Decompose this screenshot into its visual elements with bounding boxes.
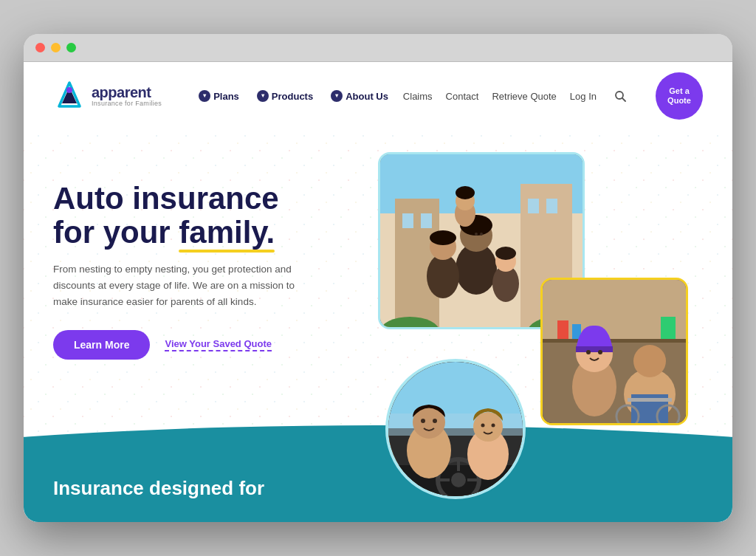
teal-section-title: Insurance designed for bbox=[53, 462, 264, 500]
navbar: apparent Insurance for Families Plans Pr… bbox=[24, 62, 732, 130]
svg-point-24 bbox=[495, 247, 516, 260]
svg-rect-9 bbox=[402, 213, 413, 228]
nav-link-contact[interactable]: Contact bbox=[446, 91, 479, 102]
site-wrapper: apparent Insurance for Families Plans Pr… bbox=[24, 62, 732, 522]
get-quote-button[interactable]: Get aQuote bbox=[656, 72, 703, 120]
svg-rect-31 bbox=[543, 339, 688, 343]
svg-point-18 bbox=[430, 230, 456, 245]
logo-text: apparent Insurance for Families bbox=[92, 85, 162, 107]
aboutus-dropdown-icon bbox=[331, 90, 343, 102]
logo-tagline: Insurance for Families bbox=[92, 100, 162, 107]
svg-rect-34 bbox=[661, 317, 676, 339]
close-button[interactable] bbox=[35, 43, 45, 52]
logo[interactable]: apparent Insurance for Families bbox=[53, 80, 162, 112]
car-photo-svg bbox=[388, 362, 526, 499]
hero-images bbox=[363, 145, 688, 455]
hero-image-car bbox=[385, 359, 526, 499]
svg-point-58 bbox=[433, 419, 437, 423]
hero-subtitle: From nesting to empty nesting, you get p… bbox=[53, 261, 304, 309]
hero-content: Auto insurance for your family. From nes… bbox=[53, 145, 363, 360]
browser-content: apparent Insurance for Families Plans Pr… bbox=[24, 62, 732, 522]
svg-point-26 bbox=[480, 233, 483, 236]
svg-rect-12 bbox=[546, 199, 557, 213]
search-button[interactable] bbox=[610, 86, 630, 106]
browser-window: apparent Insurance for Families Plans Pr… bbox=[24, 34, 732, 522]
learn-more-button[interactable]: Learn More bbox=[53, 330, 150, 360]
svg-line-4 bbox=[622, 98, 625, 101]
hero-image-teens bbox=[540, 278, 688, 425]
logo-icon bbox=[53, 80, 86, 112]
logo-brand: apparent bbox=[92, 85, 162, 100]
teens-photo-svg bbox=[543, 280, 688, 425]
svg-point-60 bbox=[473, 412, 503, 442]
teens-photo-bg bbox=[543, 280, 686, 423]
nav-item-products[interactable]: Products bbox=[250, 86, 320, 106]
svg-rect-37 bbox=[576, 346, 613, 352]
svg-point-38 bbox=[586, 350, 591, 354]
nav-link-retrieve-quote[interactable]: Retrieve Quote bbox=[492, 91, 556, 102]
nav-link-claims[interactable]: Claims bbox=[403, 91, 433, 102]
hero-title-line2: for your bbox=[53, 215, 171, 250]
svg-rect-11 bbox=[528, 199, 539, 213]
products-dropdown-icon bbox=[257, 90, 269, 102]
svg-point-2 bbox=[66, 87, 72, 93]
svg-point-16 bbox=[427, 254, 459, 298]
nav-primary: Plans Products About Us bbox=[191, 86, 396, 106]
browser-titlebar bbox=[24, 34, 732, 62]
svg-point-41 bbox=[633, 345, 666, 377]
nav-secondary: Claims Contact Retrieve Quote Log In Get… bbox=[403, 72, 703, 120]
hero-title-line1: Auto insurance bbox=[53, 181, 279, 216]
nav-item-plans[interactable]: Plans bbox=[191, 86, 247, 106]
hero-title: Auto insurance for your family. bbox=[53, 182, 363, 250]
nav-item-aboutus[interactable]: About Us bbox=[323, 86, 396, 106]
svg-rect-45 bbox=[628, 398, 672, 402]
svg-point-51 bbox=[451, 473, 466, 487]
hero-title-highlight: family. bbox=[179, 216, 275, 250]
hero-cta-row: Learn More View Your Saved Quote bbox=[53, 330, 363, 360]
nav-products-label: Products bbox=[272, 91, 313, 102]
nav-plans-label: Plans bbox=[213, 91, 239, 102]
nav-link-login[interactable]: Log In bbox=[570, 91, 597, 102]
plans-dropdown-icon bbox=[199, 90, 210, 102]
minimize-button[interactable] bbox=[51, 43, 61, 52]
svg-point-21 bbox=[456, 186, 475, 199]
svg-rect-10 bbox=[421, 213, 432, 228]
svg-point-61 bbox=[481, 424, 485, 428]
svg-point-57 bbox=[421, 419, 425, 423]
svg-point-39 bbox=[598, 350, 602, 354]
nav-aboutus-label: About Us bbox=[346, 91, 388, 102]
svg-rect-32 bbox=[557, 320, 568, 339]
hero-section: Auto insurance for your family. From nes… bbox=[24, 130, 732, 455]
svg-point-62 bbox=[492, 424, 495, 428]
car-photo-bg bbox=[388, 362, 523, 496]
maximize-button[interactable] bbox=[66, 43, 76, 52]
svg-rect-48 bbox=[388, 413, 526, 436]
svg-point-25 bbox=[475, 233, 478, 236]
search-icon bbox=[614, 90, 626, 102]
view-saved-quote-link[interactable]: View Your Saved Quote bbox=[165, 338, 272, 351]
